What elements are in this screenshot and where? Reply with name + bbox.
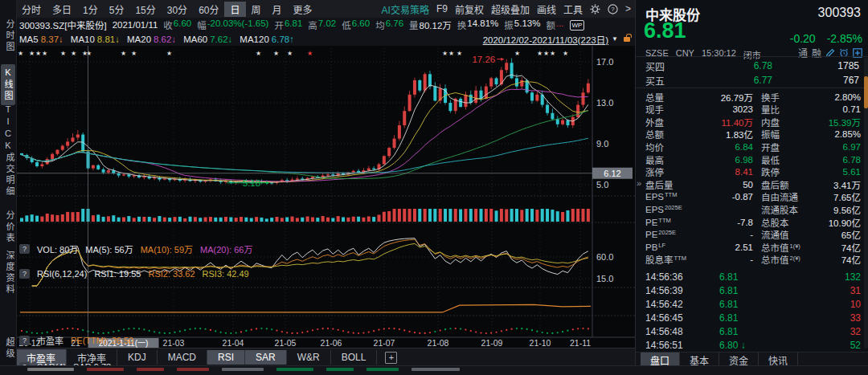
- collapse-handle-icon[interactable]: »: [637, 178, 641, 188]
- toolbar-item-前复权[interactable]: 前复权: [455, 2, 484, 16]
- stat-value: 5.61: [814, 167, 861, 177]
- tick-time: 14:56:45: [645, 312, 719, 324]
- bid-qty: 1785: [772, 60, 859, 71]
- sidebar-item-chaoji[interactable]: 超级: [3, 337, 16, 360]
- event-star-icon[interactable]: ★: [71, 50, 76, 57]
- stat-label-sup: LF: [658, 242, 665, 249]
- stat-label-sup: 2025E: [658, 229, 676, 236]
- stat-label-sup: 2(¥): [790, 255, 800, 262]
- indicator-tab-BOLL[interactable]: BOLL: [331, 350, 378, 365]
- price-change: -0.20 -2.85%: [790, 32, 862, 45]
- period-tab-更多[interactable]: 更多: [288, 2, 318, 17]
- event-star-icon[interactable]: ★: [457, 50, 462, 57]
- indicator-tab-SAR[interactable]: SAR: [245, 350, 287, 365]
- event-star-icon[interactable]: ★: [18, 50, 23, 57]
- toolbar-item-AI交易策略[interactable]: AI交易策略: [382, 2, 429, 16]
- indicator-tab-KDJ[interactable]: KDJ: [117, 350, 158, 365]
- field-value: 6.81: [285, 18, 302, 31]
- event-star-icon[interactable]: ★: [514, 50, 520, 57]
- hover-field-高: 高7.02: [308, 18, 336, 31]
- event-star-icon[interactable]: ★: [537, 50, 542, 57]
- gear-icon[interactable]: [590, 4, 600, 14]
- toolbar-ma-row: MA58.37↓MA108.81↓MA208.62↓MA607.62↓MA120…: [16, 32, 635, 46]
- event-star-icon[interactable]: ★: [287, 50, 293, 57]
- stat-label: 盘后额: [761, 178, 814, 191]
- kline-chart[interactable]: 17.013.09.05.060.015.0★★★★★★★★★★★★★★★★★★…: [16, 46, 635, 348]
- unlock-icon[interactable]: [624, 37, 630, 42]
- sidebar-item-fenjia[interactable]: 分价表: [3, 210, 16, 244]
- period-tab-5分[interactable]: 5分: [104, 2, 130, 17]
- wp-badge-icon[interactable]: WP: [570, 20, 585, 31]
- period-tab-1分[interactable]: 1分: [77, 2, 104, 17]
- help-icon[interactable]: ?: [608, 4, 618, 14]
- field-value: -20.03%(-1.65): [207, 18, 269, 31]
- sidebar-item-tick[interactable]: TICK: [3, 104, 13, 153]
- help-icon[interactable]: ?: [19, 336, 30, 345]
- event-star-icon[interactable]: ★: [563, 50, 568, 57]
- event-star-icon[interactable]: ★: [550, 50, 555, 57]
- stat-row: 最高6.98最低6.78: [645, 153, 861, 165]
- scrollbar[interactable]: [864, 58, 868, 349]
- event-star-icon[interactable]: ★: [442, 50, 448, 57]
- event-star-icon[interactable]: ★: [543, 50, 549, 57]
- scrollbar-thumb[interactable]: [864, 76, 868, 108]
- rsi-axis-label: 15.0: [596, 274, 613, 283]
- indicator-tab-W&R[interactable]: W&R: [287, 350, 331, 365]
- toolbar-item-超级叠加[interactable]: 超级叠加: [491, 2, 530, 16]
- event-star-icon[interactable]: ★: [121, 50, 126, 57]
- toolbar-item-F9[interactable]: F9: [436, 3, 448, 14]
- stat-label-sup: 2025E: [665, 204, 682, 211]
- indicator-tab-MACD[interactable]: MACD: [158, 350, 207, 365]
- stat-label: 量比: [761, 103, 814, 116]
- event-star-icon[interactable]: ★: [448, 50, 454, 57]
- chevron-down-icon[interactable]: ▼: [612, 35, 618, 43]
- ma-label: MA120: [240, 35, 268, 44]
- range-selector[interactable]: 2020/12/02-2021/11/03(223日) ▼: [483, 33, 635, 46]
- status-blip: [137, 368, 164, 371]
- date-axis-label: 21-09: [481, 338, 503, 348]
- toolbar-item-画线[interactable]: 画线: [537, 2, 556, 16]
- tick-row: 14:56:426.8110: [645, 297, 861, 311]
- help-icon[interactable]: ?: [19, 244, 30, 254]
- event-star-icon[interactable]: ★: [86, 50, 92, 57]
- event-star-icon[interactable]: ★: [29, 50, 35, 57]
- stat-label: 总额: [645, 128, 692, 141]
- event-star-icon[interactable]: ★: [35, 50, 41, 57]
- period-tab-多日[interactable]: 多日: [47, 2, 77, 17]
- indicator-tab-RSI[interactable]: RSI: [207, 350, 245, 365]
- event-star-icon[interactable]: ★: [42, 50, 47, 57]
- sidebar-item-fenshi[interactable]: 分时图: [3, 19, 16, 53]
- stat-value: 74亿: [814, 253, 861, 266]
- event-star-icon[interactable]: ★: [60, 50, 66, 57]
- toolbar-item-工具[interactable]: 工具: [563, 2, 583, 16]
- stat-label: 换手: [761, 91, 814, 104]
- period-tab-周[interactable]: 周: [246, 2, 267, 17]
- stat-row: PBLF2.51总市值1(¥)74亿: [645, 241, 861, 253]
- event-star-icon[interactable]: ★: [131, 50, 137, 57]
- range-text[interactable]: 2020/12/02-2021/11/03(223日): [483, 33, 608, 46]
- event-star-icon[interactable]: ★: [166, 50, 172, 57]
- sidebar-item-shendu[interactable]: 深度资料: [3, 251, 16, 296]
- event-star-icon[interactable]: ★: [256, 50, 261, 57]
- period-tab-日[interactable]: 日: [224, 2, 245, 17]
- hover-field-收: 收6.60: [163, 18, 191, 31]
- chevron-right-icon[interactable]: >: [625, 3, 631, 14]
- date-axis-label: 21-10: [530, 338, 551, 348]
- period-tab-月[interactable]: 月: [267, 2, 288, 17]
- period-tab-60分[interactable]: 60分: [193, 2, 224, 17]
- field-value: 5.13%: [514, 18, 541, 31]
- sidebar-item-kline[interactable]: K线图: [1, 64, 15, 105]
- ma-value: 7.62↓: [210, 35, 232, 44]
- period-tab-15分[interactable]: 15分: [129, 2, 161, 17]
- stat-label: 股息率TTM: [645, 253, 692, 266]
- add-indicator-icon[interactable]: +: [385, 352, 397, 364]
- period-tab-分时[interactable]: 分时: [16, 2, 47, 17]
- event-star-icon[interactable]: ★: [307, 50, 313, 57]
- tick-time: 14:56:36: [645, 271, 719, 283]
- vol-ma20: MA(20): 66万: [200, 243, 252, 255]
- period-tab-30分[interactable]: 30分: [162, 2, 193, 17]
- help-icon[interactable]: ?: [19, 269, 30, 279]
- sidebar-item-chengjiao[interactable]: 成交明细: [3, 153, 16, 198]
- event-star-icon[interactable]: ★: [273, 50, 279, 57]
- bid-qty: 767: [772, 75, 859, 86]
